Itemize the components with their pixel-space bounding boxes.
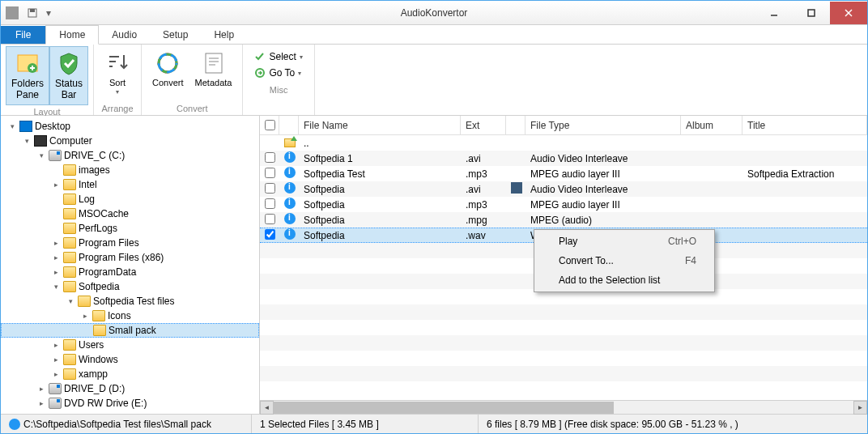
- col-filename[interactable]: File Name: [299, 116, 461, 134]
- horizontal-scrollbar[interactable]: ◄ ►: [260, 400, 867, 414]
- tree-label: DRIVE_C (C:): [64, 150, 125, 161]
- tree-toggle-icon[interactable]: ▸: [51, 370, 61, 378]
- tree-node[interactable]: Log: [1, 192, 259, 206]
- ribbon-tabs: File Home Audio Setup Help: [1, 25, 867, 45]
- tree-node[interactable]: ▸Windows: [1, 352, 259, 367]
- col-ext[interactable]: Ext: [461, 116, 506, 134]
- tree-node[interactable]: ▸Users: [1, 338, 259, 352]
- qat-save-icon[interactable]: [25, 6, 40, 20]
- tree-toggle-icon[interactable]: ▸: [51, 181, 61, 189]
- folder-tree[interactable]: ▾Desktop▾Computer▾DRIVE_C (C:)images▸Int…: [1, 116, 260, 414]
- row-checkbox[interactable]: [265, 152, 275, 163]
- file-row[interactable]: Softpedia.aviAudio Video Interleave: [260, 181, 867, 197]
- col-filetype[interactable]: File Type: [525, 116, 681, 134]
- row-checkbox[interactable]: [265, 168, 275, 178]
- tab-help[interactable]: Help: [201, 26, 247, 44]
- tree-node[interactable]: ▾Desktop: [1, 119, 259, 134]
- row-checkbox[interactable]: [265, 214, 275, 224]
- file-row[interactable]: Softpedia.mp3MPEG audio layer III: [260, 197, 867, 212]
- tree-node[interactable]: ▸xampp: [1, 367, 259, 381]
- tree-node[interactable]: ▸Program Files (x86): [1, 250, 259, 265]
- file-tab[interactable]: File: [1, 26, 45, 44]
- scroll-right-button[interactable]: ►: [853, 401, 867, 415]
- tree-toggle-icon[interactable]: ▸: [51, 253, 61, 262]
- tree-node[interactable]: ▸ProgramData: [1, 265, 259, 279]
- file-ext: .avi: [461, 153, 506, 164]
- tree-node[interactable]: ▸Program Files: [1, 236, 259, 250]
- tree-label: MSOCache: [79, 208, 129, 219]
- goto-icon: [254, 67, 266, 79]
- tree-toggle-icon[interactable]: ▸: [36, 399, 46, 407]
- tree-label: Computer: [49, 135, 92, 147]
- row-checkbox[interactable]: [265, 229, 275, 240]
- select-dropdown[interactable]: Select ▾: [251, 49, 305, 64]
- tree-toggle-icon[interactable]: ▸: [51, 239, 61, 247]
- row-checkbox[interactable]: [265, 198, 275, 209]
- scroll-thumb[interactable]: [274, 402, 614, 414]
- tree-node[interactable]: ▸DVD RW Drive (E:): [1, 396, 259, 411]
- folder-icon: [63, 368, 76, 380]
- tree-toggle-icon[interactable]: ▾: [22, 137, 32, 145]
- tree-node[interactable]: ▸Intel: [1, 177, 259, 192]
- file-info-icon: [284, 228, 296, 240]
- tree-toggle-icon[interactable]: ▸: [51, 268, 61, 276]
- tree-label: Windows: [79, 354, 118, 365]
- col-checkbox[interactable]: [260, 116, 279, 134]
- context-menu-item[interactable]: Add to the Selection list: [536, 270, 713, 290]
- sort-button[interactable]: Sort ▾: [99, 46, 136, 100]
- tree-node[interactable]: ▾DRIVE_C (C:): [1, 148, 259, 163]
- tree-node[interactable]: ▾Softpedia: [1, 279, 259, 294]
- tree-node[interactable]: ▾Softpedia Test files: [1, 294, 259, 308]
- file-name: Softpedia: [299, 184, 461, 195]
- tab-audio[interactable]: Audio: [99, 26, 150, 44]
- tree-toggle-icon[interactable]: ▾: [66, 297, 75, 305]
- convert-icon: [155, 50, 181, 76]
- tree-node[interactable]: MSOCache: [1, 206, 259, 221]
- tree-node[interactable]: ▸DRIVE_D (D:): [1, 381, 259, 396]
- file-row[interactable]: Softpedia.mpgMPEG (audio): [260, 212, 867, 228]
- folder-icon: [63, 208, 76, 219]
- tree-node[interactable]: Small pack: [1, 323, 259, 338]
- file-row[interactable]: Softpedia Test.mp3MPEG audio layer IIISo…: [260, 166, 867, 181]
- row-checkbox[interactable]: [265, 183, 275, 194]
- file-title: Softpedia Extraction: [742, 168, 867, 180]
- tab-home[interactable]: Home: [45, 25, 99, 45]
- folder-icon: [92, 310, 105, 321]
- ctx-label: Convert To...: [559, 255, 614, 266]
- tree-toggle-icon[interactable]: ▾: [7, 122, 17, 130]
- tree-toggle-icon[interactable]: ▾: [36, 151, 46, 160]
- tree-node[interactable]: PerfLogs: [1, 221, 259, 236]
- status-bar-button[interactable]: Status Bar: [49, 46, 88, 105]
- tree-node[interactable]: ▾Computer: [1, 134, 259, 148]
- metadata-button[interactable]: Metadata: [189, 46, 238, 92]
- col-typeicon[interactable]: [506, 116, 525, 134]
- context-menu-item[interactable]: PlayCtrl+O: [536, 232, 713, 251]
- tree-toggle-icon[interactable]: ▸: [51, 355, 61, 364]
- tree-node[interactable]: ▸Icons: [1, 308, 259, 323]
- col-title[interactable]: Title: [742, 116, 867, 134]
- file-name: ..: [299, 138, 461, 149]
- file-row[interactable]: Softpedia 1.aviAudio Video Interleave: [260, 151, 867, 166]
- tree-toggle-icon[interactable]: ▸: [80, 312, 90, 320]
- context-menu-item[interactable]: Convert To...F4: [536, 251, 713, 270]
- col-album[interactable]: Album: [681, 116, 742, 134]
- folders-pane-button[interactable]: Folders Pane: [6, 46, 49, 105]
- file-row[interactable]: ..: [260, 135, 867, 151]
- tree-node[interactable]: images: [1, 163, 259, 177]
- convert-button[interactable]: Convert: [147, 46, 189, 92]
- minimize-button[interactable]: [755, 2, 793, 24]
- qat-dropdown-icon[interactable]: ▾: [41, 6, 56, 20]
- tree-toggle-icon[interactable]: ▸: [36, 385, 46, 393]
- goto-dropdown[interactable]: Go To ▾: [251, 66, 305, 80]
- thumbnail-icon: [511, 182, 522, 194]
- maximize-button[interactable]: [793, 2, 830, 24]
- scroll-left-button[interactable]: ◄: [260, 401, 274, 415]
- close-button[interactable]: [830, 2, 867, 24]
- tree-toggle-icon[interactable]: ▾: [51, 283, 61, 291]
- tab-setup[interactable]: Setup: [150, 26, 201, 44]
- file-info-icon: [284, 167, 296, 178]
- svg-rect-1: [30, 9, 35, 12]
- tree-toggle-icon[interactable]: ▸: [51, 341, 61, 349]
- folder-icon: [63, 179, 76, 190]
- col-icon[interactable]: [279, 116, 299, 134]
